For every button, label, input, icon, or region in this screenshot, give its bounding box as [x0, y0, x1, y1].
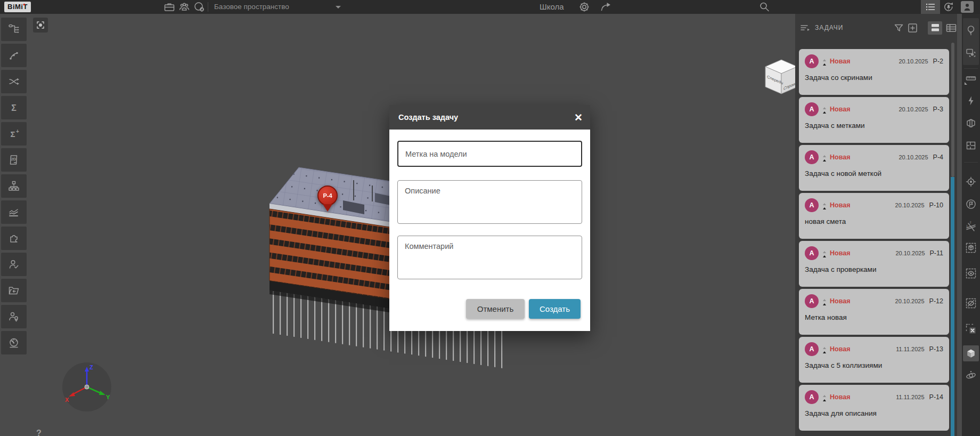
- assignee-avatar: A: [805, 54, 819, 68]
- app-logo[interactable]: BiMiT: [4, 2, 31, 12]
- clear-selection-button[interactable]: [963, 321, 979, 337]
- settings-gear-icon[interactable]: [578, 1, 591, 13]
- model-pin-label: P-4: [317, 185, 338, 206]
- workspace-selector[interactable]: Базовое пространство: [214, 0, 289, 14]
- flag-button[interactable]: [963, 196, 979, 212]
- task-card-meta: A Новая 20.10.2025 P-12: [805, 294, 943, 308]
- assignee-avatar: A: [805, 246, 819, 260]
- team-icon[interactable]: [178, 1, 191, 13]
- hide-eye-button[interactable]: [963, 295, 979, 311]
- folder-import-button[interactable]: [1, 279, 27, 302]
- priority-icon: [823, 393, 826, 401]
- account-protection-icon[interactable]: [193, 1, 206, 13]
- scrollbar-thumb[interactable]: [951, 177, 954, 436]
- task-card[interactable]: A Новая 20.10.2025 P-3 Задача с метками: [799, 97, 949, 143]
- user-location-button[interactable]: [1, 305, 27, 328]
- user-avatar-icon[interactable]: [961, 1, 974, 13]
- charts-icon: [7, 206, 20, 219]
- doc-2d-button[interactable]: 2D: [1, 148, 27, 172]
- view-table-icon[interactable]: [945, 22, 958, 35]
- locate-button[interactable]: [963, 174, 979, 190]
- solid-cube-button[interactable]: [963, 345, 979, 361]
- axis-y-label: Y: [106, 394, 110, 400]
- task-card[interactable]: A Новая 20.10.2025 P-10 новая смета: [799, 193, 949, 239]
- status-badge: Новая: [830, 58, 850, 65]
- notifications-icon[interactable]: [942, 1, 955, 13]
- sum-add-button[interactable]: Σ+: [1, 122, 27, 146]
- user-check-button[interactable]: [1, 253, 27, 276]
- plugins-button[interactable]: [1, 227, 27, 250]
- priority-icon: [823, 58, 826, 66]
- tree-button[interactable]: [963, 22, 979, 38]
- status-badge: Новая: [830, 106, 850, 113]
- scrollbar-track[interactable]: [951, 43, 954, 177]
- task-date: 11.11.2025: [896, 346, 924, 352]
- search-icon[interactable]: [758, 1, 771, 13]
- task-description-input[interactable]: [397, 180, 582, 224]
- task-card-meta: A Новая 11.11.2025 P-13: [805, 342, 943, 356]
- status-badge: Новая: [830, 345, 850, 353]
- svg-text:2D: 2D: [11, 157, 17, 162]
- gauge-button[interactable]: [1, 331, 27, 354]
- cancel-button[interactable]: Отменить: [466, 299, 525, 319]
- task-card-meta: A Новая 20.10.2025 P-11: [805, 246, 943, 260]
- select-objects-button[interactable]: [963, 45, 979, 61]
- model-pin-tail: [323, 204, 332, 216]
- focus-selection-button[interactable]: [33, 18, 48, 33]
- projects-icon[interactable]: [163, 1, 176, 13]
- section-box-button[interactable]: [963, 115, 979, 131]
- task-title: новая смета: [805, 217, 943, 225]
- view-cards-button[interactable]: [928, 21, 942, 35]
- clash-icon: [7, 75, 20, 88]
- isolate-cube-button[interactable]: [963, 240, 979, 256]
- orbit-button[interactable]: [963, 368, 979, 384]
- select-objects-icon: [965, 47, 977, 59]
- org-chart-button[interactable]: [1, 174, 27, 198]
- share-icon[interactable]: [599, 1, 612, 13]
- show-eye-button[interactable]: [963, 265, 979, 281]
- task-title: Задача с метками: [805, 122, 943, 130]
- task-card[interactable]: A Новая 20.10.2025 P-4 Задача с новой ме…: [799, 145, 949, 191]
- model-pin[interactable]: P-4: [317, 185, 338, 213]
- caret-down-icon[interactable]: [336, 6, 341, 11]
- task-id: P-13: [929, 345, 943, 353]
- orbit-icon: [965, 370, 977, 382]
- create-button[interactable]: Создать: [529, 299, 581, 319]
- tasks-panel-title: ЗАДАЧИ: [815, 24, 843, 31]
- task-card[interactable]: A Новая 11.11.2025 P-14 Задача для описа…: [799, 385, 949, 431]
- model-tree-button[interactable]: [1, 18, 27, 41]
- panel-list-button[interactable]: [921, 0, 940, 14]
- topbar-separator: [208, 2, 208, 12]
- task-card[interactable]: A Новая 20.10.2025 P-11 Задача с проверк…: [799, 241, 949, 287]
- help-button[interactable]: ?: [36, 429, 42, 436]
- sum-button[interactable]: Σ: [1, 96, 27, 119]
- task-label-input[interactable]: [397, 141, 582, 167]
- task-id: P-3: [933, 106, 943, 113]
- task-comment-input[interactable]: [397, 236, 582, 279]
- tree-icon: [965, 25, 977, 36]
- priority-icon: [823, 201, 826, 209]
- task-card[interactable]: A Новая 11.11.2025 P-13 Задача с 5 колли…: [799, 337, 949, 383]
- charts-button[interactable]: [1, 200, 27, 224]
- task-title: Задача с 5 коллизиями: [805, 361, 943, 369]
- filter-icon[interactable]: [893, 22, 905, 35]
- ruler-button[interactable]: [963, 70, 979, 86]
- measure-points-icon: [7, 49, 20, 62]
- add-task-icon[interactable]: [907, 22, 919, 35]
- task-date: 11.11.2025: [896, 394, 924, 400]
- flash-button[interactable]: [963, 93, 979, 109]
- task-card-meta: A Новая 20.10.2025 P-2: [805, 54, 943, 68]
- grid-axes-button[interactable]: 12: [963, 219, 979, 235]
- clash-button[interactable]: [1, 70, 27, 93]
- task-id: P-10: [929, 201, 943, 209]
- task-title: Метка новая: [805, 313, 943, 321]
- sort-icon[interactable]: [799, 22, 812, 35]
- close-icon[interactable]: ✕: [574, 112, 583, 123]
- task-card[interactable]: A Новая 20.10.2025 P-12 Метка новая: [799, 289, 949, 335]
- axis-gizmo[interactable]: Z X Y: [62, 362, 112, 412]
- measure-points-button[interactable]: [1, 44, 27, 67]
- task-card[interactable]: A Новая 20.10.2025 P-2 Задача со скринам…: [799, 49, 949, 95]
- assignee-avatar: A: [805, 390, 819, 404]
- floorplan-button[interactable]: [963, 138, 979, 154]
- task-card-meta: A Новая 20.10.2025 P-3: [805, 102, 943, 116]
